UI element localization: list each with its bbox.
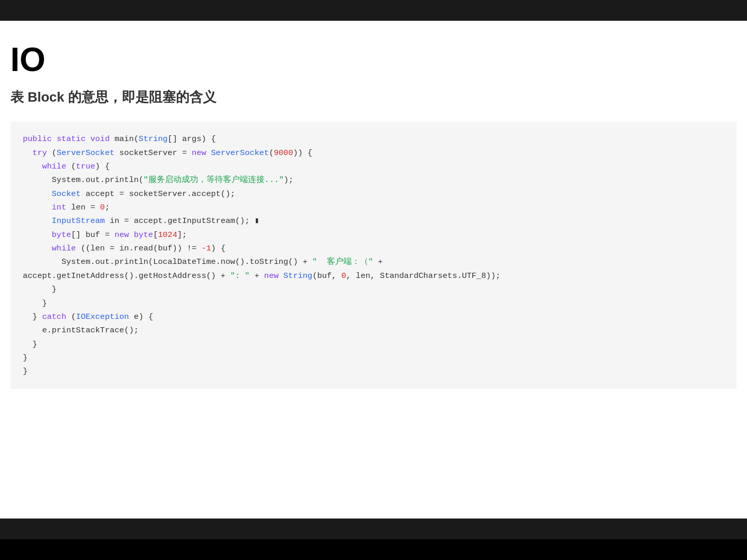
- code-line: int len = 0;: [23, 201, 724, 214]
- code-line: byte[] buf = new byte[1024];: [23, 228, 724, 242]
- code-line: public static void main(String[] args) {: [23, 132, 724, 146]
- code-line: }: [23, 365, 724, 378]
- main-content: IO 表 Block 的意思，即是阻塞的含义 public static voi…: [0, 21, 747, 519]
- code-line: Socket accept = socketServer.accept();: [23, 187, 724, 201]
- code-line: e.printStackTrace();: [23, 324, 724, 337]
- code-line: InputStream in = accept.getInputStream()…: [23, 214, 724, 228]
- page-title: IO: [10, 41, 747, 78]
- subtitle: 表 Block 的意思，即是阻塞的含义: [10, 88, 747, 106]
- code-line: System.out.println("服务启动成功，等待客户端连接...");: [23, 173, 724, 187]
- code-line: System.out.println(LocalDateTime.now().t…: [23, 255, 724, 269]
- code-block: public static void main(String[] args) {…: [10, 122, 737, 388]
- code-line: try (ServerSocket socketServer = new Ser…: [23, 146, 724, 160]
- code-line: } catch (IOException e) {: [23, 310, 724, 324]
- code-line: }: [23, 297, 724, 310]
- top-bar: [0, 0, 747, 21]
- bottom-bar: [0, 519, 747, 539]
- code-line: while ((len = in.read(buf)) != -1) {: [23, 242, 724, 255]
- code-line: }: [23, 351, 724, 365]
- code-line: while (true) {: [23, 160, 724, 173]
- code-line: accept.getInetAddress().getHostAddress()…: [23, 269, 724, 283]
- code-line: }: [23, 338, 724, 351]
- code-line: }: [23, 283, 724, 296]
